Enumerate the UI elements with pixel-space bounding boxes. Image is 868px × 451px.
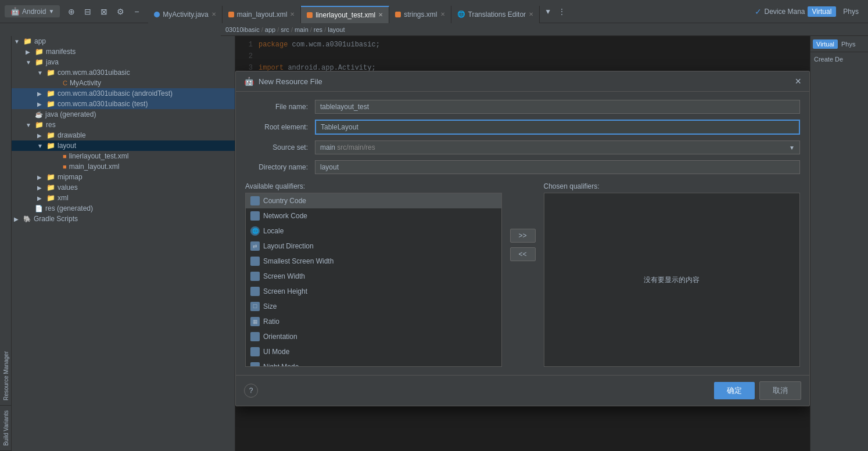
expand-icon[interactable]: ⊠	[97, 5, 111, 19]
android-icon: 🤖	[10, 7, 20, 16]
tree-item-layout[interactable]: ▼ 📁 layout	[12, 140, 235, 151]
qualifier-item-ui-mode[interactable]: UI Mode	[246, 344, 501, 359]
qualifier-item-country-code[interactable]: Country Code	[246, 193, 501, 208]
sync-icon[interactable]: ⊟	[81, 5, 95, 19]
tree-item-res-gen[interactable]: 📄 res (generated)	[12, 203, 235, 214]
virtual-tab[interactable]: Virtual	[813, 39, 838, 49]
qualifier-label-night-mode: Night Mode	[263, 363, 299, 367]
tree-item-main-layout[interactable]: ■ main_layout.xml	[12, 161, 235, 172]
tree-item-test[interactable]: ▶ 📁 com.wcm.a0301uibasic (test)	[12, 99, 235, 109]
tree-item-mipmap[interactable]: ▶ 📁 mipmap	[12, 172, 235, 182]
tabs-overflow-icon[interactable]: ⋮	[556, 6, 568, 17]
tree-label-mipmap: mipmap	[58, 173, 83, 181]
breadcrumb-item-2[interactable]: src	[281, 26, 289, 33]
tree-item-linerlayout[interactable]: ■ linerlayout_test.xml	[12, 151, 235, 161]
remove-qualifier-button[interactable]: <<	[510, 247, 536, 261]
source-set-dropdown[interactable]: main src/main/res ▼	[315, 140, 800, 154]
source-set-arrow-icon: ▼	[789, 145, 795, 151]
tab-label-translations: Translations Editor	[468, 10, 526, 19]
breadcrumb-item-3[interactable]: main	[295, 26, 309, 33]
tab-translations[interactable]: 🌐 Translations Editor ✕	[451, 6, 540, 23]
qualifier-label-layout-direction: Layout Direction	[263, 242, 314, 250]
phys-tab[interactable]: Phys	[838, 39, 859, 49]
tab-linerlayout[interactable]: linerlayout_test.xml ✕	[301, 6, 389, 23]
tree-item-manifests[interactable]: ▶ 📁 manifests	[12, 46, 235, 57]
cancel-button[interactable]: 取消	[759, 381, 801, 400]
layout-direction-icon: ⇄	[250, 241, 260, 251]
file-tree-panel: ▼ 📁 app ▶ 📁 manifests ▼ 📁 java ▼ 📁 com.w…	[12, 36, 235, 451]
qualifier-item-orientation[interactable]: Orientation	[246, 329, 501, 344]
minus-icon[interactable]: −	[130, 5, 144, 19]
tab-close-main-layout[interactable]: ✕	[290, 11, 295, 17]
tab-close-myactivity[interactable]: ✕	[211, 11, 216, 17]
tab-strings[interactable]: strings.xml ✕	[389, 6, 451, 23]
tree-item-java[interactable]: ▼ 📁 java	[12, 57, 235, 67]
tab-myactivity[interactable]: MyActivity.java ✕	[148, 6, 222, 23]
qualifier-item-network-code[interactable]: Network Code	[246, 208, 501, 223]
tab-main-layout[interactable]: main_layout.xml ✕	[223, 6, 302, 23]
qualifier-item-size[interactable]: ☐ Size	[246, 299, 501, 314]
tree-item-java-gen[interactable]: ☕ java (generated)	[12, 109, 235, 120]
breadcrumb-item-5[interactable]: layout	[328, 26, 345, 33]
android-dropdown[interactable]: 🤖 Android ▼	[5, 5, 60, 17]
tree-label-main-layout-file: main_layout.xml	[69, 163, 120, 171]
file-name-label: File name:	[245, 103, 315, 111]
tree-item-pkg[interactable]: ▼ 📁 com.wcm.a0301uibasic	[12, 67, 235, 78]
network-code-icon	[250, 211, 260, 221]
tree-item-res[interactable]: ▼ 📁 res	[12, 120, 235, 130]
source-set-row: Source set: main src/main/res ▼	[245, 140, 800, 154]
breadcrumb-item-4[interactable]: res	[314, 26, 322, 33]
country-code-icon	[250, 196, 260, 205]
tabs-dropdown-icon[interactable]: ▼	[542, 6, 554, 17]
phys-button[interactable]: Phys	[838, 6, 863, 17]
tab-label-myactivity: MyActivity.java	[163, 10, 208, 19]
tab-close-linerlayout[interactable]: ✕	[378, 12, 383, 18]
help-button[interactable]: ?	[244, 384, 258, 398]
qualifier-item-locale[interactable]: 🌐 Locale	[246, 223, 501, 239]
dialog-title: New Resource File	[259, 77, 322, 86]
create-device-button[interactable]: Create De	[810, 52, 868, 66]
tree-item-xml[interactable]: ▶ 📁 xml	[12, 193, 235, 203]
breadcrumb-item-0[interactable]: 03010ibasic	[225, 26, 260, 33]
qualifier-item-night-mode[interactable]: Night Mode	[246, 359, 501, 367]
tree-item-values[interactable]: ▶ 📁 values	[12, 182, 235, 193]
confirm-button[interactable]: 确定	[714, 382, 755, 399]
qualifier-item-layout-direction[interactable]: ⇄ Layout Direction	[246, 239, 501, 254]
smallest-screen-icon	[250, 257, 260, 266]
virtual-button[interactable]: Virtual	[808, 6, 837, 17]
dropdown-arrow-icon: ▼	[48, 8, 54, 15]
tree-item-androidtest[interactable]: ▶ 📁 com.wcm.a0301uibasic (androidTest)	[12, 88, 235, 99]
qualifier-item-screen-height[interactable]: Screen Height	[246, 284, 501, 299]
tree-item-drawable[interactable]: ▶ 📁 drawable	[12, 130, 235, 140]
settings-icon[interactable]: ⚙	[113, 5, 127, 19]
qualifier-item-ratio[interactable]: ▦ Ratio	[246, 314, 501, 329]
tree-label-drawable: drawable	[58, 131, 86, 139]
breadcrumb-item-1[interactable]: app	[265, 26, 275, 33]
directory-name-row: Directory name:	[245, 160, 800, 174]
directory-name-input[interactable]	[315, 160, 800, 174]
ratio-icon: ▦	[250, 317, 260, 326]
tab-close-strings[interactable]: ✕	[440, 11, 445, 17]
add-icon[interactable]: ⊕	[64, 5, 78, 19]
file-name-row: File name:	[245, 100, 800, 114]
file-name-input[interactable]	[315, 100, 800, 114]
dialog-close-button[interactable]: ×	[795, 76, 801, 86]
qualifier-item-smallest-screen[interactable]: Smallest Screen Width	[246, 254, 501, 269]
left-tab-build-variants[interactable]: Build Variants	[0, 406, 11, 451]
tree-label-pkg: com.wcm.a0301uibasic	[58, 68, 130, 77]
night-mode-icon	[250, 362, 260, 367]
add-qualifier-button[interactable]: >>	[510, 229, 536, 243]
left-tab-resource-manager[interactable]: Resource Manager	[0, 347, 11, 406]
tree-item-app[interactable]: ▼ 📁 app	[12, 36, 235, 46]
tree-item-gradle[interactable]: ▶ 🐘 Gradle Scripts	[12, 214, 235, 224]
root-element-label: Root element:	[245, 123, 315, 131]
tab-close-translations[interactable]: ✕	[529, 11, 533, 17]
root-element-input[interactable]	[315, 120, 800, 135]
qualifier-label-ui-mode: UI Mode	[263, 348, 289, 356]
tree-label-java-gen: java (generated)	[45, 110, 96, 118]
dialog-overlay: 🤖 New Resource File × File name:	[235, 36, 810, 451]
locale-icon: 🌐	[250, 226, 260, 236]
checkmark-icon: ✓	[755, 7, 762, 16]
qualifier-item-screen-width[interactable]: Screen Width	[246, 269, 501, 284]
tree-item-myactivity[interactable]: C MyActivity	[12, 78, 235, 88]
